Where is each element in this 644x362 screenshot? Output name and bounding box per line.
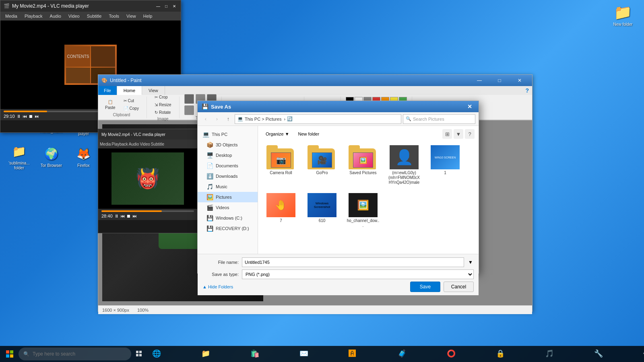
taskbar-edge[interactable]: 🌐 [148, 346, 196, 362]
filename-row: File name: ▼ [202, 257, 474, 267]
sidebar-documents[interactable]: 📄 Documents [198, 160, 258, 171]
paint-help-btn[interactable]: ? [525, 87, 529, 94]
vlc2-prev-btn[interactable]: ⏮ [120, 214, 125, 218]
vlc-menu-subtitle[interactable]: Subtitle [84, 13, 105, 19]
vlc-menu-audio[interactable]: Audio [47, 13, 64, 19]
view-toggle-btn[interactable]: ⊞ [442, 129, 452, 139]
address-bar[interactable]: 💻 This PC > Pictures › 🔄 [235, 114, 401, 124]
show-hidden-icons-btn[interactable]: ^ [642, 350, 644, 358]
rotate-btn[interactable]: ↻ Rotate [152, 109, 174, 116]
save-as-nav-toolbar: ‹ › ↑ 💻 This PC > Pictures › 🔄 🔍 Search … [198, 112, 479, 126]
vlc-menu-video[interactable]: Video [65, 13, 83, 19]
sidebar-desktop[interactable]: 🖥️ Desktop [198, 150, 258, 160]
vlc-maximize-btn[interactable]: □ [163, 3, 169, 9]
start-button[interactable] [2, 346, 18, 362]
vlc-play-btn[interactable]: ⏸ [17, 114, 21, 119]
taskbar-search-input[interactable] [33, 351, 126, 357]
cancel-btn[interactable]: Cancel [444, 282, 474, 292]
vlc2-stop-btn[interactable]: ⏹ [126, 214, 131, 218]
taskbar-media[interactable]: 🎵 [541, 346, 589, 362]
file-item-610[interactable]: Windows Screenshot 610 [304, 191, 340, 230]
copy-btn[interactable]: 📄 Copy [121, 105, 142, 112]
paint-minimize-btn[interactable]: — [470, 75, 489, 86]
paint-tab-file[interactable]: File [98, 86, 117, 95]
save-as-close-btn[interactable]: ✕ [465, 102, 475, 111]
svg-rect-2 [6, 354, 9, 358]
sidebar-music[interactable]: 🎵 Music [198, 181, 258, 192]
vlc2-progress-bar[interactable] [101, 210, 194, 212]
new-folder-desktop-label: New folder [613, 22, 633, 27]
subliminal-icon[interactable]: 📁 'sublimina... folder [4, 141, 34, 173]
taskbar-file-explorer[interactable]: 📁 [197, 346, 246, 362]
paint-maximize-btn[interactable]: □ [490, 75, 509, 86]
hide-folders-btn[interactable]: ▲ Hide Folders [202, 284, 233, 289]
taskbar-search[interactable]: 🔍 [19, 348, 131, 360]
vlc-menu-tools[interactable]: Tools [105, 13, 122, 19]
view-dropdown-btn[interactable]: ▼ [454, 129, 463, 139]
nav-forward-btn[interactable]: › [212, 114, 222, 124]
folder-icon: 📁 [614, 4, 632, 21]
firefox-icon[interactable]: 🦊 Firefox [68, 141, 99, 173]
vlc-menu-view[interactable]: View [123, 13, 139, 19]
cut-btn[interactable]: ✂ Cut [121, 97, 142, 104]
new-folder-desktop-icon[interactable]: 📁 New folder [608, 4, 638, 27]
sidebar-videos[interactable]: 🎬 Videos [198, 202, 258, 213]
file-item-saved-pictures[interactable]: 🖼️ Saved Pictures [345, 144, 381, 187]
tor-browser-icon[interactable]: 🌍 Tor Browser [36, 141, 66, 173]
filename-dropdown-icon[interactable]: ▼ [467, 259, 474, 265]
taskbar-store[interactable]: 🛍️ [246, 346, 295, 362]
file-item-person[interactable]: 👤 (m=ewlLG0y)(mh=FMNOM0cXHYnQa42O)male [386, 144, 422, 187]
nav-back-btn[interactable]: ‹ [201, 114, 211, 124]
search-box[interactable]: 🔍 Search Pictures [403, 114, 475, 124]
taskbar-app-unknown[interactable]: 🔧 [590, 346, 638, 362]
new-folder-btn[interactable]: New folder [295, 130, 323, 138]
paint-tab-home[interactable]: Home [117, 86, 142, 95]
vlc-menu-help[interactable]: Help [140, 13, 156, 19]
vlc-next-btn[interactable]: ⏭ [35, 114, 39, 119]
vlc2-play-btn[interactable]: ⏸ [114, 214, 119, 218]
vlc-close-btn[interactable]: ✕ [171, 3, 178, 9]
task-view-btn[interactable] [131, 346, 147, 362]
taskbar-vpn[interactable]: 🔒 [492, 346, 540, 362]
files-toolbar: Organize ▼ New folder ⊞ ▼ ? [261, 129, 475, 139]
sidebar-3d-objects[interactable]: 📦 3D Objects [198, 140, 258, 150]
pencil-tool[interactable] [184, 94, 194, 104]
vlc2-titlebar: My Movie2.mp4 - VLC media player [98, 129, 197, 140]
save-btn[interactable]: Save [410, 282, 440, 292]
address-refresh-btn[interactable]: 🔄 [287, 116, 293, 121]
file-item-gopro[interactable]: 🎥 GoPro [304, 144, 340, 187]
help-btn-files[interactable]: ? [465, 129, 475, 139]
vlc-prev-btn[interactable]: ⏮ [23, 114, 27, 119]
sidebar-windows-c[interactable]: 💾 Windows (C:) [198, 213, 258, 223]
resize-btn[interactable]: ⇲ Resize [152, 101, 174, 108]
taskbar-amazon[interactable]: 🅰 [345, 346, 393, 362]
savetype-select[interactable]: PNG (*.png) [242, 269, 474, 279]
sidebar-downloads[interactable]: ⬇️ Downloads [198, 171, 258, 181]
filename-input[interactable] [242, 257, 464, 267]
vlc-stop-btn[interactable]: ⏹ [29, 114, 33, 119]
organize-btn[interactable]: Organize ▼ [262, 130, 293, 138]
vlc-menu-playback[interactable]: Playback [21, 13, 46, 19]
eraser-tool[interactable] [184, 105, 194, 115]
organize-dropdown-icon: ▼ [285, 132, 289, 136]
sidebar-pictures[interactable]: 🖼️ Pictures [198, 192, 258, 202]
this-pc-icon: 💻 [202, 131, 209, 138]
sidebar-recovery-d[interactable]: 💾 RECOVERY (D:) [198, 223, 258, 234]
file-item-7[interactable]: 🤚 7 [263, 191, 299, 230]
sidebar-this-pc[interactable]: 💻 This PC [198, 129, 258, 140]
file-item-camera-roll[interactable]: 📷 Camera Roll [263, 144, 299, 187]
vlc-minimize-btn[interactable]: — [155, 3, 161, 9]
file-item-channel[interactable]: 🖼️ ho_channel_dow... [345, 191, 381, 230]
vlc-menu-media[interactable]: Media [2, 13, 21, 19]
file-explorer-icon: 📁 [201, 349, 210, 358]
nav-up-btn[interactable]: ↑ [223, 114, 233, 124]
paint-close-btn[interactable]: ✕ [510, 75, 529, 86]
paste-btn[interactable]: 📋 Paste [101, 98, 119, 111]
vlc2-next-btn[interactable]: ⏭ [132, 214, 137, 218]
taskbar-oq[interactable]: ⭕ [443, 346, 491, 362]
taskbar-trip[interactable]: 🧳 [394, 346, 442, 362]
crop-btn[interactable]: ✂ Crop [152, 94, 174, 101]
file-item-1[interactable]: WIN10 SCREEN 1 [427, 144, 463, 187]
taskbar-mail[interactable]: ✉️ [295, 346, 344, 362]
taskbar: 🔍 🌐 📁 🛍️ [0, 346, 644, 362]
